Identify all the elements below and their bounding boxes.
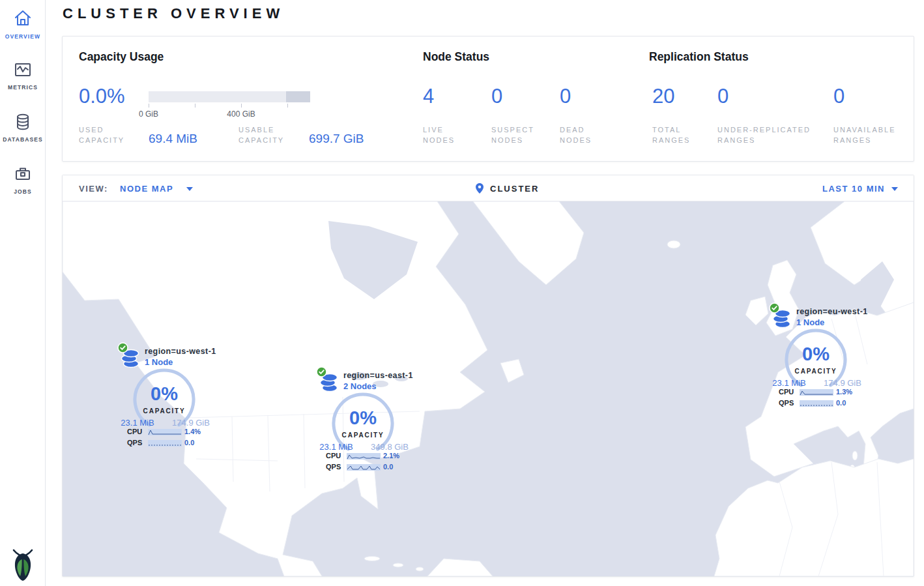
sidebar-item-jobs[interactable]: JOBS	[0, 164, 46, 195]
sidebar-item-metrics[interactable]: METRICS	[0, 60, 46, 91]
dead-nodes-label: DEAD NODES	[560, 125, 612, 145]
capacity-used-percent: 0.0%	[79, 85, 125, 108]
usable-capacity-label: USABLE CAPACITY	[238, 125, 301, 145]
status-ok-icon	[117, 342, 128, 353]
capacity-usage-title: Capacity Usage	[79, 50, 164, 64]
region-capacity-percent: 0%	[115, 383, 213, 405]
qps-sparkline	[347, 464, 381, 471]
cpu-label: CPU	[326, 452, 345, 460]
total-ranges-label: TOTAL RANGES	[652, 125, 704, 145]
chevron-down-icon[interactable]	[186, 187, 193, 191]
node-region-marker-us-east-1[interactable]: region=us-east-1 2 Nodes 0% CAPACITY 23.…	[314, 366, 412, 473]
region-name: region=us-east-1	[343, 371, 413, 380]
cpu-value: 1.3%	[836, 388, 862, 396]
capacity-label: CAPACITY	[767, 368, 865, 375]
node-region-marker-eu-west-1[interactable]: region=eu-west-1 1 Node 0% CAPACITY 23.1…	[767, 302, 865, 409]
unavailable-ranges-value: 0	[833, 85, 845, 108]
capacity-usage-bar	[149, 91, 310, 102]
capacity-bar-reserved-segment	[286, 91, 310, 102]
dead-nodes-value: 0	[560, 85, 571, 108]
page-title: CLUSTER OVERVIEW	[63, 5, 284, 22]
region-capacity-percent: 0%	[767, 344, 865, 365]
cpu-value: 1.4%	[184, 428, 210, 435]
unavailable-ranges-label: UNAVAILABLE RANGES	[833, 125, 905, 145]
sidebar-item-label: OVERVIEW	[0, 33, 46, 40]
region-usable-capacity: 174.9 GiB	[169, 418, 213, 428]
node-map-card: VIEW: NODE MAP CLUSTER LAST 10 MIN	[62, 175, 914, 577]
cockroachdb-logo	[10, 546, 36, 582]
live-nodes-label: LIVE NODES	[423, 125, 475, 145]
used-capacity-value: 69.4 MiB	[149, 132, 197, 146]
view-select[interactable]: NODE MAP	[120, 184, 173, 194]
qps-label: QPS	[127, 439, 147, 447]
suspect-nodes-label: SUSPECT NODES	[491, 125, 543, 145]
cpu-label: CPU	[779, 388, 798, 396]
axis-tick	[241, 104, 242, 108]
qps-sparkline	[148, 440, 182, 447]
axis-tick	[195, 104, 195, 108]
cluster-summary-card: Capacity Usage 0.0% 0 GiB 400 GiB USED C…	[62, 36, 914, 162]
cpu-sparkline	[347, 453, 381, 460]
axis-tick-label: 400 GiB	[222, 110, 261, 119]
region-capacity-percent: 0%	[314, 407, 412, 429]
region-used-capacity: 23.1 MiB	[115, 418, 160, 428]
cpu-sparkline	[148, 429, 182, 435]
node-region-marker-us-west-1[interactable]: region=us-west-1 1 Node 0% CAPACITY 23.1…	[115, 342, 213, 449]
cpu-label: CPU	[127, 428, 147, 435]
live-nodes-value: 4	[423, 85, 434, 108]
sidebar-item-label: JOBS	[0, 188, 46, 195]
qps-sparkline	[800, 400, 833, 407]
sidebar-item-label: DATABASES	[0, 136, 46, 143]
chevron-down-icon[interactable]	[891, 187, 898, 191]
locality-breadcrumb[interactable]: CLUSTER	[474, 183, 539, 194]
region-usable-capacity: 349.8 GiB	[368, 442, 412, 452]
map-pin-icon	[474, 183, 485, 194]
region-usable-capacity: 174.9 GiB	[820, 378, 865, 388]
qps-value: 0.0	[383, 463, 409, 471]
world-map[interactable]: region=us-west-1 1 Node 0% CAPACITY 23.1…	[63, 201, 914, 576]
capacity-label: CAPACITY	[314, 432, 412, 439]
used-capacity-label: USED CAPACITY	[79, 125, 135, 145]
region-used-capacity: 23.1 MiB	[767, 378, 811, 388]
sidebar-item-label: METRICS	[0, 84, 46, 91]
total-ranges-value: 20	[652, 85, 674, 108]
status-ok-icon	[769, 302, 780, 314]
under-replicated-ranges-value: 0	[717, 85, 729, 108]
node-status-title: Node Status	[423, 50, 489, 64]
region-name: region=us-west-1	[145, 347, 216, 356]
briefcase-icon	[13, 164, 33, 184]
locality-label: CLUSTER	[490, 184, 539, 194]
axis-tick	[287, 104, 288, 108]
usable-capacity-value: 699.7 GiB	[309, 132, 364, 146]
status-ok-icon	[316, 366, 327, 377]
under-replicated-ranges-label: UNDER-REPLICATED RANGES	[717, 125, 825, 145]
database-icon	[13, 112, 33, 132]
sidebar: OVERVIEW METRICS DATABASES JOBS	[0, 0, 46, 586]
map-toolbar: VIEW: NODE MAP CLUSTER LAST 10 MIN	[63, 175, 914, 201]
view-label: VIEW:	[79, 184, 108, 194]
qps-value: 0.0	[184, 439, 210, 447]
qps-value: 0.0	[836, 399, 862, 407]
region-used-capacity: 23.1 MiB	[314, 442, 358, 452]
cpu-sparkline	[800, 389, 833, 396]
axis-tick-label: 0 GiB	[129, 110, 168, 119]
sidebar-item-overview[interactable]: OVERVIEW	[0, 8, 46, 40]
cpu-value: 2.1%	[383, 452, 409, 460]
time-range-select[interactable]: LAST 10 MIN	[822, 184, 885, 194]
qps-label: QPS	[326, 463, 345, 471]
region-name: region=eu-west-1	[796, 307, 868, 316]
sidebar-item-databases[interactable]: DATABASES	[0, 112, 46, 143]
qps-label: QPS	[779, 399, 798, 407]
metrics-chart-icon	[13, 60, 33, 80]
home-icon	[12, 8, 33, 29]
axis-tick	[149, 104, 149, 108]
replication-status-title: Replication Status	[649, 50, 749, 64]
suspect-nodes-value: 0	[491, 85, 502, 108]
capacity-label: CAPACITY	[115, 407, 213, 415]
